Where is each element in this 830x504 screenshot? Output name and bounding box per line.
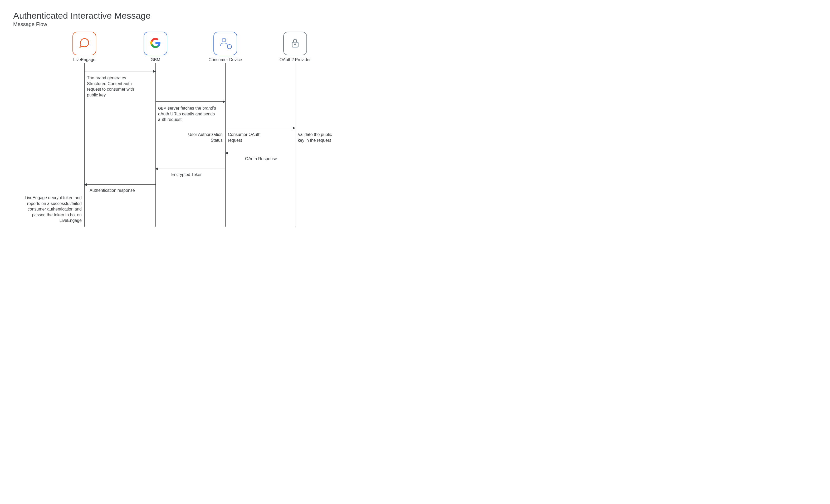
arrow-liveengage-to-gbm [84,71,156,71]
arrow-consumer-to-gbm [156,168,225,169]
actor-consumer-device: Consumer Device [201,32,249,62]
chat-bubble-icon [78,37,90,50]
actor-box [72,32,96,55]
arrow-gbm-to-liveengage [84,184,156,185]
actor-label: Consumer Device [201,57,249,62]
lifeline-oauth [295,63,295,227]
page-title: Authenticated Interactive Message [13,10,817,21]
message-fetch-oauth: GBM server fetches the brand's oAuth URL… [158,105,219,123]
user-chat-icon [218,36,233,51]
message-user-auth-status: User Authorization Status [187,132,223,143]
lifeline-consumer [225,63,226,227]
actor-liveengage: LiveEngage [61,32,108,62]
message-auth-response: Authentication response [90,188,135,193]
lock-icon [290,38,300,49]
svg-point-3 [295,44,296,45]
gbm-rest: server fetches the brand's oAuth URLs de… [158,106,216,122]
arrow-gbm-to-consumer [156,101,225,102]
message-auth-request: The brand generates Structured Content a… [87,75,145,98]
page-subtitle: Message Flow [13,21,817,27]
google-logo-icon [150,38,161,49]
message-oauth-response: OAuth Response [245,156,277,162]
message-decrypt-token: LiveEngage decrypt token and reports on … [24,195,82,223]
actor-oauth-provider: OAuth2 Provider [272,32,319,62]
message-consumer-oauth-request: Consumer OAuth request [228,132,270,143]
actor-box [143,32,167,55]
actor-label: OAuth2 Provider [272,57,319,62]
actor-label: LiveEngage [61,57,108,62]
lifeline-liveengage [84,63,85,227]
actor-box [214,32,237,55]
svg-point-0 [222,38,226,42]
arrow-consumer-to-oauth [225,128,295,128]
sequence-diagram: LiveEngage GBM [13,32,356,232]
message-validate-key: Validate the public key in the request [298,132,337,143]
message-encrypted-token: Encrypted Token [171,172,203,178]
gbm-prefix: GBM [158,106,166,111]
actor-label: GBM [132,57,179,62]
actor-gbm: GBM [132,32,179,62]
actor-box [283,32,307,55]
